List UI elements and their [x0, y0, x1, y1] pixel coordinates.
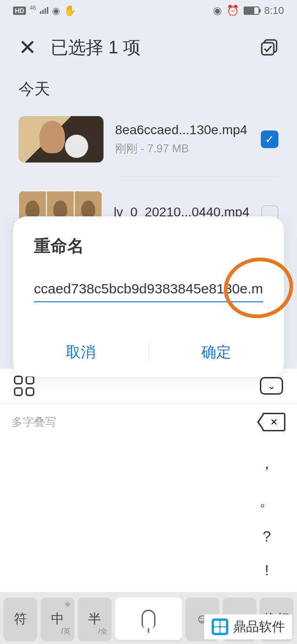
- exclaim-key[interactable]: !: [258, 562, 276, 579]
- divider: [121, 176, 278, 177]
- width-key[interactable]: 半/全: [78, 598, 111, 640]
- close-icon[interactable]: ✕: [19, 35, 37, 60]
- alarm-icon: ⏰: [226, 5, 239, 17]
- eye-icon: ◉: [213, 5, 222, 17]
- mic-icon: [142, 610, 155, 628]
- watermark: 鼎品软件: [204, 614, 292, 639]
- signal-icon: [40, 7, 48, 14]
- period-key[interactable]: 。: [258, 491, 276, 511]
- svg-rect-1: [262, 43, 274, 55]
- network-type: 46: [30, 5, 36, 11]
- file-item[interactable]: 8ea6ccaed...130e.mp4 刚刚 - 7.97 MB ✓: [0, 109, 297, 169]
- file-meta: 刚刚 - 7.97 MB: [115, 141, 249, 156]
- question-key[interactable]: ?: [258, 528, 276, 545]
- collapse-keyboard-icon[interactable]: ⌄: [260, 377, 283, 395]
- status-time: 8:10: [264, 5, 284, 17]
- video-thumbnail: [19, 116, 103, 163]
- dialog-title: 重命名: [13, 235, 284, 276]
- keyboard: ⌄ 多字叠写 ✕ ， 。 ? ! 符 ⊕中/英 半/全 ☺ 123 换行: [0, 369, 297, 644]
- language-key[interactable]: ⊕中/英: [41, 598, 74, 640]
- section-title: 今天: [0, 69, 297, 109]
- comma-key[interactable]: ，: [258, 454, 276, 474]
- symbol-key[interactable]: 符: [4, 598, 37, 640]
- selection-header: ✕ 已选择 1 项: [0, 21, 297, 69]
- confirm-button[interactable]: 确定: [149, 328, 284, 377]
- rename-input[interactable]: [34, 276, 263, 302]
- hd-badge: HD: [13, 7, 26, 15]
- header-title: 已选择 1 项: [51, 36, 260, 59]
- rename-dialog: 重命名 取消 确定: [13, 216, 284, 377]
- battery-icon: [244, 7, 259, 15]
- wifi-icon: ◉: [52, 5, 60, 16]
- watermark-icon: [212, 618, 228, 635]
- select-all-icon[interactable]: [260, 38, 278, 57]
- file-name: 8ea6ccaed...130e.mp4: [115, 123, 249, 137]
- backspace-icon[interactable]: ✕: [262, 413, 285, 431]
- cancel-button[interactable]: 取消: [13, 328, 148, 377]
- file-checkbox[interactable]: ✓: [261, 130, 278, 148]
- keyboard-switch-icon[interactable]: [14, 376, 34, 396]
- watermark-text: 鼎品软件: [233, 618, 285, 636]
- hand-icon: ✋: [64, 5, 76, 17]
- handwriting-area[interactable]: ， 。 ? !: [0, 441, 297, 592]
- status-bar: HD 46 ◉ ✋ ◉ ⏰ 8:10: [0, 0, 297, 21]
- space-key[interactable]: [115, 598, 182, 640]
- input-hint: 多字叠写: [12, 415, 56, 429]
